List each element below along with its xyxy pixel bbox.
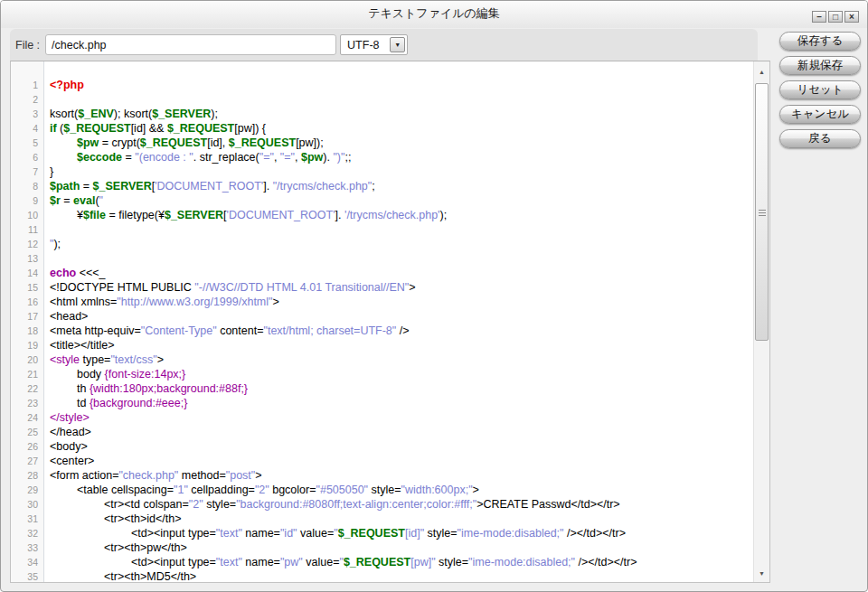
code-line: td {background:#eee;}	[50, 396, 753, 410]
code-line: }	[50, 164, 753, 179]
save-new-button[interactable]: 新規保存	[779, 56, 861, 75]
code-line: <meta http-equiv="Content-Type" content=…	[50, 324, 753, 338]
code-editor[interactable]: 1234567891011121314151617181920212223242…	[10, 61, 770, 583]
maximize-icon[interactable]: □	[828, 11, 843, 23]
code-line: </head>	[50, 425, 753, 439]
minimize-icon[interactable]: –	[812, 11, 826, 23]
code-line: <tr><th>MD5</th>	[50, 569, 753, 582]
file-toolbar: File : UTF-8 ▼	[10, 29, 758, 61]
code-line: </style>	[50, 410, 753, 425]
dialog-title: テキストファイルの編集	[1, 1, 867, 26]
code-line: $pw = crypt($_REQUEST[id], $_REQUEST[pw]…	[50, 136, 753, 150]
code-line: body {font-size:14px;}	[50, 367, 753, 381]
code-line: ksort($_ENV); ksort($_SERVER);	[50, 107, 753, 121]
code-line: <html xmlns="http://www.w3.org/1999/xhtm…	[50, 295, 753, 309]
code-line: <body>	[50, 439, 753, 454]
code-line: <title></title>	[50, 338, 753, 352]
code-line: <td><input type="text" name="id" value="…	[50, 526, 753, 540]
scroll-up-icon[interactable]: ▲	[754, 69, 769, 75]
back-button[interactable]: 戻る	[779, 129, 861, 148]
cancel-button[interactable]: キャンセル	[779, 105, 861, 124]
scroll-down-icon[interactable]: ▼	[754, 570, 769, 577]
code-line: <tr><td colspan="2" style="background:#8…	[50, 497, 753, 512]
action-button-panel: 保存する 新規保存 リセット キャンセル 戻る	[779, 32, 861, 148]
code-line: <!DOCTYPE HTML PUBLIC "-//W3C//DTD HTML …	[50, 280, 753, 295]
code-line: <center>	[50, 454, 753, 468]
title-bar: テキストファイルの編集 – □ ×	[1, 1, 867, 28]
code-line: <tr><th>pw</th>	[50, 540, 753, 555]
encoding-dropdown-button[interactable]: ▼	[390, 37, 405, 52]
line-numbers: 1234567891011121314151617181920212223242…	[11, 61, 44, 582]
encoding-select[interactable]: UTF-8 ▼	[340, 34, 408, 55]
code-line: <tr><th>id</th>	[50, 512, 753, 526]
file-label: File :	[15, 39, 40, 52]
file-path-input[interactable]	[45, 34, 336, 55]
close-icon[interactable]: ×	[844, 11, 859, 23]
code-line	[50, 222, 753, 237]
chevron-down-icon: ▼	[391, 38, 404, 52]
code-line: <head>	[50, 309, 753, 324]
save-button[interactable]: 保存する	[779, 32, 861, 51]
code-line: th {width:180px;background:#88f;}	[50, 381, 753, 396]
encoding-selected-value: UTF-8	[347, 39, 379, 52]
code-line: <?php	[50, 78, 753, 92]
editor-scrollbar[interactable]: ▲ ▼	[753, 61, 769, 582]
code-lines[interactable]: <?phpksort($_ENV); ksort($_SERVER);if ($…	[44, 61, 753, 582]
code-line	[50, 251, 753, 266]
window-controls: – □ ×	[812, 11, 859, 23]
code-line: <form action="check.php" method="post">	[50, 468, 753, 483]
code-line: $r = eval("	[50, 193, 753, 208]
reset-button[interactable]: リセット	[779, 80, 861, 99]
code-line: $path = $_SERVER['DOCUMENT_ROOT']. "/try…	[50, 179, 753, 193]
code-line: <style type="text/css">	[50, 352, 753, 367]
code-line: ");	[50, 237, 753, 251]
code-line: $eccode = "(encode : ". str_replace("=",…	[50, 150, 753, 164]
code-line	[50, 92, 753, 107]
scrollbar-thumb[interactable]	[755, 83, 769, 341]
code-line: if ($_REQUEST[id] && $_REQUEST[pw]) {	[50, 121, 753, 136]
code-line: <td><input type="text" name="pw" value="…	[50, 555, 753, 569]
code-line: <table cellspacing="1" cellpadding="2" b…	[50, 483, 753, 497]
code-line: echo <<<_	[50, 266, 753, 280]
scrollbar-grip-icon	[759, 210, 766, 211]
code-line: ¥$file = filetype(¥$_SERVER['DOCUMENT_RO…	[50, 208, 753, 222]
edit-text-file-dialog: テキストファイルの編集 – □ × File : UTF-8 ▼ 1234567…	[0, 0, 868, 592]
